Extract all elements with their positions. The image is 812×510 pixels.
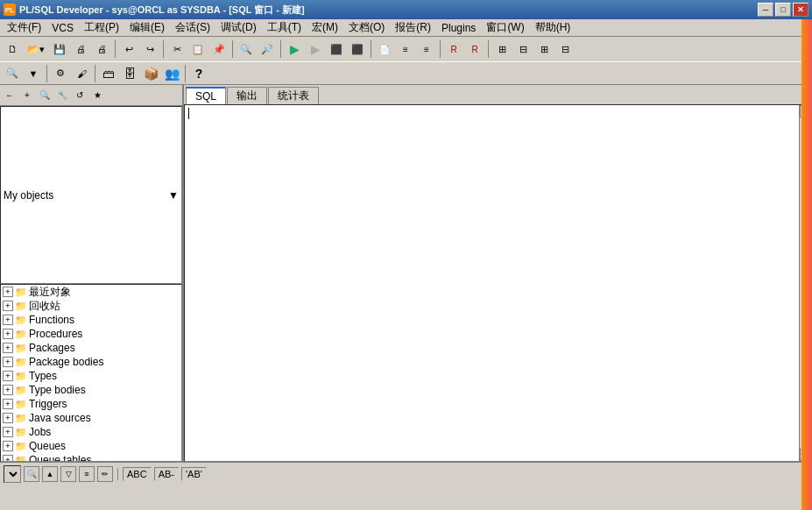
tree-item[interactable]: +📁Functions	[1, 313, 181, 327]
tab-sql[interactable]: SQL	[186, 87, 226, 104]
search-button[interactable]: 🔍	[3, 64, 22, 83]
tree-expand-icon[interactable]: +	[3, 385, 13, 395]
tree-item[interactable]: +📁Procedures	[1, 327, 181, 341]
menu-file[interactable]: 文件(F)	[2, 18, 46, 37]
tree-item[interactable]: +📁Java sources	[1, 411, 181, 425]
bottom-btn-edit[interactable]: ✏	[97, 466, 113, 482]
find-button[interactable]: 🔍	[237, 39, 256, 59]
tree-item[interactable]: +📁Package bodies	[1, 355, 181, 369]
back-button[interactable]: ←	[2, 88, 18, 103]
db3-button[interactable]: 📦	[141, 64, 160, 83]
help-button[interactable]: ?	[189, 64, 208, 83]
menu-window[interactable]: 窗口(W)	[481, 18, 529, 37]
dropdown-button[interactable]: ▼	[24, 64, 43, 83]
tree-item[interactable]: +📁Queues	[1, 439, 181, 453]
tree-expand-icon[interactable]: +	[3, 343, 13, 353]
menu-macro[interactable]: 宏(M)	[307, 18, 343, 37]
sql-editor[interactable]: ▲ ▼	[184, 104, 812, 462]
menu-edit[interactable]: 编辑(E)	[124, 18, 170, 37]
gear-button[interactable]: ⚙	[51, 64, 70, 83]
run2-button[interactable]: ▶	[306, 39, 325, 59]
menu-help[interactable]: 帮助(H)	[530, 18, 576, 37]
find-button2[interactable]: 🔍	[37, 88, 53, 103]
menu-vcs[interactable]: VCS	[46, 20, 79, 36]
find-obj-button[interactable]: 🔎	[258, 39, 277, 59]
tree-folder-icon: 📁	[15, 441, 27, 451]
tree-expand-icon[interactable]: +	[3, 399, 13, 409]
tree-expand-icon[interactable]: +	[3, 441, 13, 451]
menu-docs[interactable]: 文档(O)	[343, 18, 390, 37]
format2-button[interactable]: ≡	[417, 39, 436, 59]
bottom-btn-search[interactable]: 🔍	[24, 466, 39, 482]
red2-button[interactable]: R	[465, 39, 484, 59]
tree-expand-icon[interactable]: +	[3, 301, 13, 311]
save-button[interactable]: 💾	[50, 39, 69, 59]
menu-debug[interactable]: 调试(D)	[215, 18, 262, 37]
user-button[interactable]: 👥	[162, 64, 181, 83]
title-controls[interactable]: ─ □ ✕	[758, 3, 808, 17]
bottom-btn-list[interactable]: ≡	[79, 466, 95, 482]
tree-item[interactable]: +📁最近对象	[1, 285, 181, 299]
sep5	[371, 40, 371, 58]
tree-expand-icon[interactable]: +	[3, 357, 13, 367]
refresh-button[interactable]: ↺	[72, 88, 88, 103]
tree-folder-icon: 📁	[15, 371, 27, 381]
open-button[interactable]: 📂▾	[24, 39, 48, 59]
print-button[interactable]: 🖨	[71, 39, 90, 59]
menu-plugins[interactable]: Plugins	[436, 20, 481, 36]
print-preview-button[interactable]: 🖨	[92, 39, 111, 59]
tree-item[interactable]: +📁Jobs	[1, 425, 181, 439]
tree-expand-icon[interactable]: +	[3, 329, 13, 339]
minimize-button[interactable]: ─	[758, 3, 773, 17]
cut-button[interactable]: ✂	[167, 39, 187, 59]
filter-button[interactable]: 🔧	[54, 88, 70, 103]
paste-button[interactable]: 📌	[209, 39, 229, 59]
tree-expand-icon[interactable]: +	[3, 427, 13, 437]
tree-expand-icon[interactable]: +	[3, 315, 13, 325]
tree-item[interactable]: +📁Types	[1, 369, 181, 383]
stop-button[interactable]: ⬛	[327, 39, 346, 59]
brush-button[interactable]: 🖌	[72, 64, 91, 83]
tree-item[interactable]: +📁Queue tables	[1, 453, 181, 462]
right-panel: SQL 输出 统计表 ▲ ▼	[184, 85, 812, 462]
objects-dropdown[interactable]: My objects ▼	[0, 106, 182, 284]
maximize-button[interactable]: □	[775, 3, 791, 17]
tree-item[interactable]: +📁Type bodies	[1, 383, 181, 397]
new-button[interactable]: 🗋	[3, 39, 22, 59]
tree-item[interactable]: +📁回收站	[1, 299, 181, 313]
tree-expand-icon[interactable]: +	[3, 371, 13, 381]
sql-editor-content[interactable]	[185, 105, 811, 461]
menu-reports[interactable]: 报告(R)	[390, 18, 436, 37]
add-button[interactable]: +	[19, 88, 35, 103]
tree-expand-icon[interactable]: +	[3, 455, 13, 462]
tree-expand-icon[interactable]: +	[3, 287, 13, 297]
stop2-button[interactable]: ⬛	[348, 39, 367, 59]
menu-tools[interactable]: 工具(T)	[262, 18, 307, 37]
run-button[interactable]: ▶	[285, 39, 304, 59]
grid4-button[interactable]: ⊟	[555, 39, 575, 59]
tree-item-label: Packages	[29, 342, 75, 354]
grid3-button[interactable]: ⊞	[534, 39, 554, 59]
menu-project[interactable]: 工程(P)	[79, 18, 124, 37]
bookmark-button[interactable]: ★	[89, 88, 105, 103]
db1-button[interactable]: 🗃	[99, 64, 118, 83]
tab-output[interactable]: 输出	[227, 87, 267, 104]
bottom-btn-up[interactable]: ▲	[42, 466, 58, 482]
copy-button[interactable]: 📋	[188, 39, 208, 59]
compile-button[interactable]: 📄	[375, 39, 394, 59]
format-button[interactable]: ≡	[396, 39, 415, 59]
db2-button[interactable]: 🗄	[120, 64, 139, 83]
red1-button[interactable]: R	[444, 39, 463, 59]
grid1-button[interactable]: ⊞	[492, 39, 512, 59]
grid2-button[interactable]: ⊟	[513, 39, 533, 59]
close-button[interactable]: ✕	[793, 3, 808, 17]
tree-item[interactable]: +📁Packages	[1, 341, 181, 355]
tab-stats[interactable]: 统计表	[268, 87, 319, 104]
menu-session[interactable]: 会话(S)	[170, 18, 215, 37]
tree-item[interactable]: +📁Triggers	[1, 397, 181, 411]
bottom-btn-down[interactable]: ▽	[60, 466, 76, 482]
tree-expand-icon[interactable]: +	[3, 413, 13, 423]
redo-button[interactable]: ↪	[140, 39, 159, 59]
undo-button[interactable]: ↩	[119, 39, 138, 59]
bottom-select[interactable]	[4, 465, 21, 483]
